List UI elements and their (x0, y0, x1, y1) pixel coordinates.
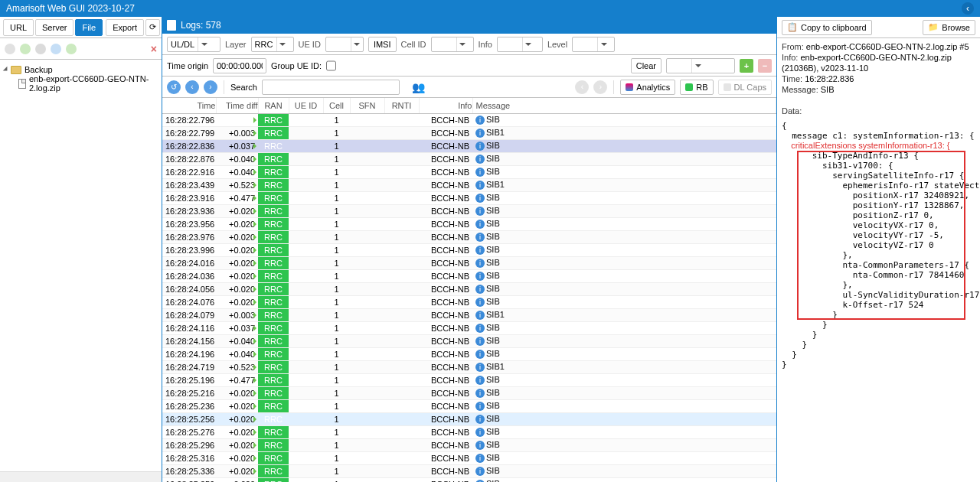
data-label: Data: (782, 106, 802, 116)
table-row[interactable]: 16:28:24.036+0.020RRC1BCCH-NBiSIB (162, 269, 776, 282)
folder-icon: 📁 (928, 22, 939, 32)
add-icon[interactable] (66, 44, 77, 54)
table-row[interactable]: 16:28:23.956+0.020RRC1BCCH-NBiSIB (162, 217, 776, 230)
expand-icon[interactable] (3, 67, 9, 73)
clear-button[interactable]: Clear (631, 58, 662, 73)
table-row[interactable]: 16:28:24.156+0.040RRC1BCCH-NBiSIB (162, 334, 776, 347)
nav-back-icon[interactable]: ‹ (185, 80, 199, 94)
url-tab[interactable]: URL (3, 19, 34, 36)
info-label: Info: (782, 53, 798, 62)
doc-icon (167, 20, 176, 31)
back-icon[interactable] (5, 44, 15, 54)
collapse-left-icon[interactable] (962, 2, 974, 15)
ueid-label: UE ID (299, 40, 321, 49)
logs-header: Logs: 578 (162, 17, 776, 34)
msg-label: Message: (782, 85, 818, 94)
info-combo[interactable] (497, 37, 543, 52)
table-row[interactable]: 16:28:24.076+0.020RRC1BCCH-NBiSIB (162, 295, 776, 308)
table-row[interactable]: 16:28:22.916+0.040RRC1BCCH-NBiSIB (162, 165, 776, 178)
stop-icon[interactable] (35, 44, 46, 54)
table-row[interactable]: 16:28:25.256+0.020RRC1BCCH-NBiSIB (162, 412, 776, 425)
scrollbar-horizontal[interactable] (0, 471, 162, 482)
next-result-icon[interactable]: › (593, 80, 607, 94)
th-ran[interactable]: RAN (258, 98, 289, 113)
level-label: Level (547, 40, 567, 49)
from-label: From: (782, 42, 804, 51)
file-tree: Backup enb-export-CC660D-GEO-NTN-2.log.z… (0, 60, 162, 471)
add-filter-icon[interactable]: + (740, 59, 753, 73)
layer-label: Layer (225, 40, 247, 49)
browse-button[interactable]: 📁 Browse (923, 20, 975, 35)
table-row[interactable]: 16:28:23.976+0.020RRC1BCCH-NBiSIB (162, 230, 776, 243)
export-dropdown-icon[interactable]: ⟳ (145, 19, 160, 36)
remove-filter-icon[interactable]: − (758, 59, 772, 73)
analytics-button[interactable]: Analytics (620, 80, 675, 95)
search-label: Search (230, 83, 257, 92)
th-diff[interactable]: Time diff (216, 98, 258, 113)
table-row[interactable]: 16:28:24.196+0.040RRC1BCCH-NBiSIB (162, 347, 776, 360)
table-row[interactable]: 16:28:22.876+0.040RRC1BCCH-NBiSIB (162, 152, 776, 165)
th-info[interactable]: Info (419, 98, 472, 113)
table-row[interactable]: 16:28:24.079+0.003RRC1BCCH-NBiSIB1 (162, 308, 776, 321)
info-filter-label: Info (479, 40, 492, 49)
export-button[interactable]: Export (106, 19, 144, 36)
table-row[interactable]: 16:28:25.356+0.020RRC1BCCH-NBiSIB (162, 477, 776, 482)
table-row[interactable]: 16:28:23.916+0.477RRC1BCCH-NBiSIB (162, 191, 776, 204)
group-ueid-checkbox[interactable] (326, 58, 336, 73)
th-rnti[interactable]: RNTI (384, 98, 419, 113)
table-row[interactable]: 16:28:22.836+0.037RRC1BCCH-NBiSIB (162, 139, 776, 152)
uldl-combo[interactable]: UL/DL (167, 37, 220, 52)
table-row[interactable]: 16:28:25.316+0.020RRC1BCCH-NBiSIB (162, 451, 776, 464)
th-msg[interactable]: Message (472, 98, 776, 113)
ueid-combo[interactable] (325, 37, 364, 52)
time-origin-label: Time origin (167, 61, 208, 70)
msg-value: SIB (821, 85, 835, 94)
table-row[interactable]: 16:28:24.719+0.523RRC1BCCH-NBiSIB1 (162, 360, 776, 373)
prev-result-icon[interactable]: ‹ (575, 80, 589, 94)
close-icon[interactable]: × (151, 43, 157, 55)
imsi-button[interactable]: IMSI (368, 37, 397, 52)
copy-clipboard-button[interactable]: 📋 Copy to clipboard (782, 20, 872, 35)
users-icon[interactable]: 👥 (412, 81, 425, 93)
table-row[interactable]: 16:28:25.236+0.020RRC1BCCH-NBiSIB (162, 399, 776, 412)
folder-label: Backup (24, 65, 53, 74)
right-panel: 📋 Copy to clipboard 📁 Browse From: enb-e… (777, 17, 980, 482)
log-table: Time Time diff RAN UE ID Cell SFN RNTI I… (162, 98, 776, 482)
cellid-combo[interactable] (431, 37, 474, 52)
table-row[interactable]: 16:28:22.799+0.003RRC1BCCH-NBiSIB1 (162, 126, 776, 139)
table-row[interactable]: 16:28:25.336+0.020RRC1BCCH-NBiSIB (162, 464, 776, 477)
dlcaps-button[interactable]: DL Caps (718, 80, 772, 95)
table-row[interactable]: 16:28:25.276+0.020RRC1BCCH-NBiSIB (162, 425, 776, 438)
server-tab[interactable]: Server (35, 19, 74, 36)
time-label: Time: (782, 74, 802, 83)
nav-fwd-icon[interactable]: › (204, 80, 217, 94)
time-origin-input[interactable] (213, 58, 266, 73)
reload-icon[interactable] (51, 44, 61, 54)
rb-button[interactable]: RB (680, 80, 713, 95)
clipboard-icon: 📋 (787, 22, 798, 32)
search-input[interactable] (262, 80, 400, 95)
table-row[interactable]: 16:28:25.216+0.020RRC1BCCH-NBiSIB (162, 386, 776, 399)
group-ueid-label: Group UE ID: (271, 61, 322, 70)
th-time[interactable]: Time (162, 98, 216, 113)
table-row[interactable]: 16:28:24.016+0.020RRC1BCCH-NBiSIB (162, 256, 776, 269)
table-row[interactable]: 16:28:23.996+0.020RRC1BCCH-NBiSIB (162, 243, 776, 256)
th-ueid[interactable]: UE ID (289, 98, 323, 113)
table-row[interactable]: 16:28:22.796RRC1BCCH-NBiSIB (162, 113, 776, 126)
th-sfn[interactable]: SFN (350, 98, 384, 113)
third-toolbar: ↺ ‹ › Search 👥 ‹ › Analytics RB DL Caps (162, 77, 776, 98)
layer-combo[interactable]: RRC (251, 37, 294, 52)
th-cell[interactable]: Cell (323, 98, 350, 113)
level-combo[interactable] (572, 37, 615, 52)
table-row[interactable]: 16:28:24.056+0.020RRC1BCCH-NBiSIB (162, 282, 776, 295)
file-tab[interactable]: File (75, 19, 103, 36)
table-row[interactable]: 16:28:24.116+0.037RRC1BCCH-NBiSIB (162, 321, 776, 334)
table-row[interactable]: 16:28:23.439+0.523RRC1BCCH-NBiSIB1 (162, 178, 776, 191)
clear-combo[interactable] (666, 58, 735, 73)
table-row[interactable]: 16:28:25.296+0.020RRC1BCCH-NBiSIB (162, 438, 776, 451)
history-icon[interactable]: ↺ (167, 80, 181, 94)
tree-file[interactable]: enb-export-CC660D-GEO-NTN-2.log.zip (0, 77, 162, 90)
table-row[interactable]: 16:28:23.936+0.020RRC1BCCH-NBiSIB (162, 204, 776, 217)
table-row[interactable]: 16:28:25.196+0.477RRC1BCCH-NBiSIB (162, 373, 776, 386)
play-icon[interactable] (20, 44, 31, 54)
